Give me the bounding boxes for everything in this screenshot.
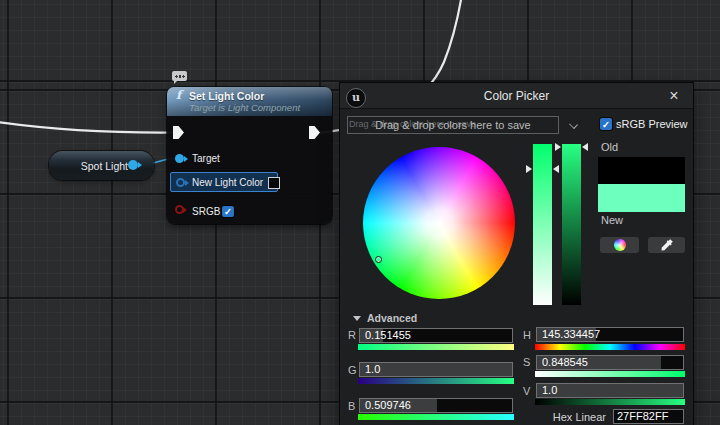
exec-output-pin[interactable] xyxy=(309,126,320,139)
color-wheel[interactable] xyxy=(363,147,515,299)
node-subtitle: Target is Light Component xyxy=(189,102,300,113)
channel-slider-s[interactable] xyxy=(535,371,685,377)
channel-label-h: H xyxy=(523,329,531,341)
spot-light-output-pin[interactable] xyxy=(128,160,138,170)
bubble-dots-icon xyxy=(175,75,185,78)
old-color-swatch[interactable] xyxy=(598,157,685,184)
value-slider[interactable] xyxy=(562,144,581,305)
color-wheel-mode-button[interactable] xyxy=(600,237,639,253)
logo-glyph: u xyxy=(352,91,360,104)
saturation-handle-left-icon[interactable] xyxy=(526,165,532,173)
value-handle-left-icon[interactable] xyxy=(555,143,561,151)
old-color-label: Old xyxy=(601,141,618,153)
new-color-label: New xyxy=(601,214,623,226)
color-picker-dialog[interactable]: Color Picker u × Drag & drop colors here… xyxy=(340,83,693,425)
spot-light-node-label: Spot Light xyxy=(49,151,128,180)
function-icon: f xyxy=(176,88,181,103)
value-handle-right-icon[interactable] xyxy=(582,143,588,151)
channel-slider-v[interactable] xyxy=(535,399,685,405)
dialog-titlebar[interactable]: Color Picker u × xyxy=(340,83,693,109)
close-icon[interactable]: × xyxy=(665,85,683,107)
channel-value-v: 1.0 xyxy=(542,384,681,398)
spot-light-node[interactable]: Spot Light xyxy=(49,151,154,180)
srgb-preview-checkbox[interactable]: ✓ xyxy=(600,118,612,130)
srgb-input-pin[interactable] xyxy=(175,205,184,214)
channel-input-b[interactable]: 0.509746 xyxy=(359,398,513,413)
eyedropper-button[interactable] xyxy=(648,237,685,253)
channel-value-s: 0.848545 xyxy=(542,356,681,370)
channel-label-b: B xyxy=(348,400,355,412)
channel-label-g: G xyxy=(348,364,357,376)
color-wheel-selector[interactable] xyxy=(375,256,382,263)
advanced-label: Advanced xyxy=(367,312,417,324)
channel-input-h[interactable]: 145.334457 xyxy=(536,327,684,342)
set-light-color-node[interactable]: f Set Light Color Target is Light Compon… xyxy=(167,87,332,224)
channel-value-b: 0.509746 xyxy=(365,399,510,413)
saturation-slider[interactable] xyxy=(533,144,552,305)
srgb-pin-label: SRGB xyxy=(192,206,220,217)
saturation-handle-right-icon[interactable] xyxy=(553,165,559,173)
node-title: Set Light Color xyxy=(189,90,264,102)
channel-value-r: 0.151455 xyxy=(365,329,510,343)
pin-tail-icon xyxy=(184,156,188,162)
node-header[interactable]: f Set Light Color Target is Light Compon… xyxy=(167,87,332,116)
new-color-swatch[interactable] xyxy=(598,184,685,212)
target-pin-label: Target xyxy=(192,153,220,164)
channel-input-r[interactable]: 0.151455 xyxy=(359,328,513,343)
blueprint-graph-canvas[interactable]: Spot Light f Set Light Color Target is L… xyxy=(0,0,720,425)
pin-tail-icon xyxy=(185,180,189,186)
target-input-pin[interactable] xyxy=(175,154,184,163)
new-light-color-pin-label: New Light Color xyxy=(192,177,263,188)
exec-input-pin[interactable] xyxy=(173,126,184,139)
channel-value-h: 145.334457 xyxy=(542,328,681,342)
dialog-title: Color Picker xyxy=(340,83,693,109)
channel-label-s: S xyxy=(523,356,530,368)
color-wheel-icon xyxy=(614,239,626,251)
channel-slider-g[interactable] xyxy=(358,378,514,384)
channel-value-g: 1.0 xyxy=(365,363,510,377)
advanced-section-toggle[interactable]: Advanced xyxy=(353,312,417,324)
hex-linear-input[interactable]: 27FF82FF xyxy=(613,409,684,424)
chevron-down-icon[interactable] xyxy=(569,120,578,129)
new-light-color-swatch[interactable] xyxy=(268,177,280,189)
pin-tail-icon xyxy=(138,162,142,168)
collapse-arrow-icon xyxy=(353,316,361,321)
exec-wire-incoming xyxy=(0,122,174,133)
channel-label-v: V xyxy=(523,385,530,397)
srgb-checkbox[interactable]: ✓ xyxy=(222,206,234,217)
channel-slider-h[interactable] xyxy=(535,344,685,350)
comment-bubble-icon[interactable] xyxy=(172,71,187,81)
new-light-color-row[interactable]: New Light Color xyxy=(170,172,278,192)
srgb-preview-label: sRGB Preview xyxy=(616,118,688,130)
channel-input-s[interactable]: 0.848545 xyxy=(536,355,684,370)
hex-linear-label: Hex Linear xyxy=(536,411,606,423)
unreal-logo-icon: u xyxy=(346,88,366,108)
channel-input-g[interactable]: 1.0 xyxy=(359,362,513,377)
eyedropper-icon xyxy=(660,238,674,252)
pin-tail-icon xyxy=(183,207,187,213)
theme-combo-box[interactable]: Drag & drop colors here to save xyxy=(347,116,559,134)
channel-label-r: R xyxy=(348,329,356,341)
channel-slider-b[interactable] xyxy=(358,414,514,420)
channel-input-v[interactable]: 1.0 xyxy=(536,383,684,398)
channel-slider-r[interactable] xyxy=(358,344,514,350)
new-light-color-input-pin[interactable] xyxy=(176,178,185,187)
